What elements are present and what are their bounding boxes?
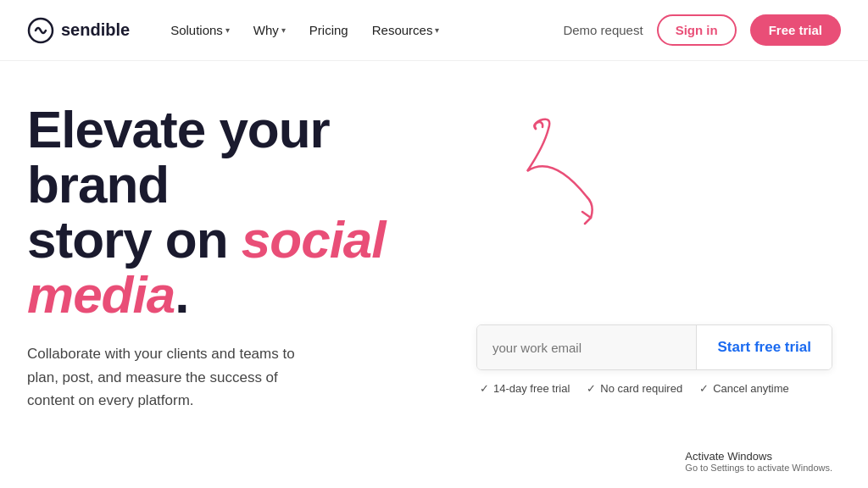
header-right: Demo request Sign in Free trial (563, 14, 841, 46)
hero-headline: Elevate your brand story on social media… (27, 102, 468, 322)
check-icon-3: ✓ (699, 382, 709, 395)
start-trial-button[interactable]: Start free trial (696, 325, 832, 369)
main-nav: Solutions ▾ Why ▾ Pricing Resources ▾ (160, 16, 563, 44)
trust-badges: ✓ 14-day free trial ✓ No card required ✓… (476, 382, 832, 395)
email-input[interactable] (477, 325, 696, 369)
resources-chevron-icon: ▾ (435, 25, 439, 35)
sign-in-button[interactable]: Sign in (657, 14, 737, 46)
trust-badge-trial: ✓ 14-day free trial (480, 382, 570, 395)
demo-request-link[interactable]: Demo request (563, 23, 643, 37)
nav-solutions[interactable]: Solutions ▾ (160, 16, 240, 44)
free-trial-button[interactable]: Free trial (750, 14, 841, 46)
hero-right: Start free trial ✓ 14-day free trial ✓ N… (468, 95, 841, 488)
logo-text: sendible (61, 20, 130, 40)
decorative-arrow-icon (485, 103, 654, 239)
nav-resources[interactable]: Resources ▾ (362, 16, 450, 44)
hero-section: Elevate your brand story on social media… (0, 61, 868, 488)
email-form-container: Start free trial ✓ 14-day free trial ✓ N… (476, 324, 832, 395)
hero-subtext: Collaborate with your clients and teams … (27, 342, 298, 412)
check-icon-1: ✓ (480, 382, 489, 395)
why-chevron-icon: ▾ (281, 25, 286, 35)
hero-left: Elevate your brand story on social media… (27, 95, 468, 488)
email-form: Start free trial (476, 324, 832, 370)
watermark-subtitle: Go to Settings to activate Windows. (685, 463, 832, 473)
watermark-title: Activate Windows (685, 450, 832, 463)
logo-icon (27, 17, 54, 44)
logo-area[interactable]: sendible (27, 17, 130, 44)
trust-badge-card: ✓ No card required (587, 382, 682, 395)
trust-badge-cancel: ✓ Cancel anytime (699, 382, 789, 395)
nav-pricing[interactable]: Pricing (299, 16, 359, 44)
nav-why[interactable]: Why ▾ (243, 16, 296, 44)
check-icon-2: ✓ (587, 382, 596, 395)
windows-watermark: Activate Windows Go to Settings to activ… (676, 445, 841, 478)
solutions-chevron-icon: ▾ (225, 25, 230, 35)
